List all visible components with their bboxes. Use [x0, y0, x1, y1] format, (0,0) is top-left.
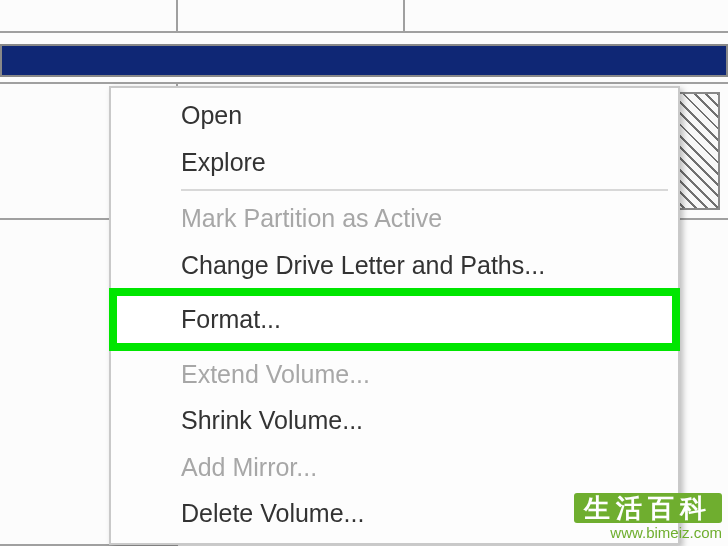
watermark-url: www.bimeiz.com	[574, 525, 722, 540]
selected-disk-header[interactable]	[0, 44, 728, 77]
menu-item-format[interactable]: Format...	[117, 296, 672, 343]
menu-item-change-letter[interactable]: Change Drive Letter and Paths...	[111, 242, 678, 289]
table-header-row	[0, 0, 728, 33]
watermark-text: 生活百科	[574, 493, 722, 523]
table-header-cell	[0, 0, 178, 33]
table-header-cell	[405, 0, 728, 33]
menu-item-extend: Extend Volume...	[111, 351, 678, 398]
menu-separator	[181, 189, 668, 191]
menu-item-add-mirror: Add Mirror...	[111, 444, 678, 491]
menu-item-open[interactable]: Open	[111, 92, 678, 139]
watermark: 生活百科 www.bimeiz.com	[574, 493, 722, 540]
table-header-cell	[178, 0, 405, 33]
highlight-box: Format...	[109, 288, 680, 351]
menu-item-mark-active: Mark Partition as Active	[111, 195, 678, 242]
menu-item-explore[interactable]: Explore	[111, 139, 678, 186]
menu-item-shrink[interactable]: Shrink Volume...	[111, 397, 678, 444]
context-menu: Open Explore Mark Partition as Active Ch…	[109, 86, 680, 545]
